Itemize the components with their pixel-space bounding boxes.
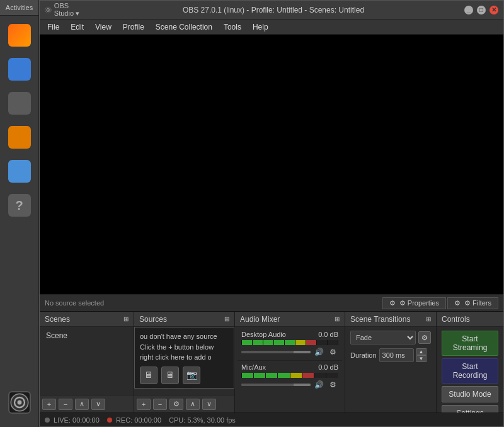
transition-type-select[interactable]: Fade Cut Swipe: [350, 331, 416, 344]
sources-up-button[interactable]: ∧: [186, 399, 200, 410]
scenes-add-button[interactable]: +: [42, 399, 56, 410]
scene-item[interactable]: Scene: [42, 329, 131, 342]
taskbar-app-music[interactable]: [5, 123, 34, 152]
transitions-header: Scene Transitions ⊞: [345, 312, 436, 327]
scenes-panel-icon[interactable]: ⊞: [123, 316, 129, 322]
start-recording-button[interactable]: Start Recording: [442, 358, 498, 384]
menu-scene-collection[interactable]: Scene Collection: [151, 21, 217, 33]
svg-point-5: [47, 9, 49, 10]
obs-logo-icon: [9, 391, 30, 414]
sources-panel-icon[interactable]: ⊞: [224, 316, 229, 322]
scene-transitions-panel: Scene Transitions ⊞ Fade Cut Swipe ⚙ Dur…: [345, 312, 437, 413]
controls-title: Controls: [442, 315, 470, 324]
duration-label: Duration: [350, 351, 377, 359]
taskbar-app-mail[interactable]: [5, 55, 34, 84]
files-icon: [8, 92, 31, 115]
title-app-name: OBS Studio ▾: [54, 2, 83, 18]
sources-toolbar: + − ⚙ ∧ ∨: [134, 395, 234, 413]
audio-mic-settings[interactable]: ⚙: [327, 379, 338, 390]
taskbar: Activities ?: [0, 0, 39, 427]
sources-settings-button[interactable]: ⚙: [169, 399, 183, 410]
transitions-title: Scene Transitions: [350, 315, 410, 324]
help-icon: ?: [8, 194, 31, 217]
audio-mic-slider[interactable]: [241, 384, 311, 386]
scenes-up-button[interactable]: ∧: [75, 399, 89, 410]
obs-icon: [8, 391, 31, 414]
music-icon: [8, 126, 31, 149]
meter-seg-dark-2: [328, 340, 338, 345]
taskbar-app-firefox[interactable]: [5, 21, 34, 50]
source-hint-line1: ou don't have any source: [140, 331, 229, 342]
taskbar-app-obs[interactable]: [5, 388, 34, 417]
mic-meter-seg-green-3: [266, 373, 277, 378]
titlebar-controls: _ □ ✕: [464, 6, 498, 14]
maximize-button[interactable]: □: [477, 6, 486, 14]
mic-meter-seg-red-1: [302, 373, 314, 378]
studio-mode-button[interactable]: Studio Mode: [442, 386, 498, 402]
live-time: 00:00:00: [72, 416, 100, 424]
obs-title-icon: [45, 5, 52, 15]
duration-input[interactable]: [379, 348, 414, 362]
audio-desktop-controls: 🔊 ⚙: [241, 346, 338, 358]
transitions-icon[interactable]: ⊞: [426, 316, 431, 322]
menu-profile[interactable]: Profile: [118, 21, 149, 33]
activities-label: Activities: [6, 4, 33, 11]
taskbar-app-docs[interactable]: [5, 157, 34, 186]
mic-meter-seg-dark-1: [314, 373, 326, 378]
menu-edit[interactable]: Edit: [66, 21, 89, 33]
no-source-label: No source selected: [45, 299, 104, 307]
controls-content: Start Streaming Start Recording Studio M…: [437, 327, 503, 413]
source-hint-line2: Click the + button below: [140, 342, 229, 353]
obs-window: OBS Studio ▾ OBS 27.0.1 (linux) - Profil…: [39, 0, 504, 427]
audio-mixer-header: Audio Mixer ⊞: [235, 312, 345, 327]
sources-down-button[interactable]: ∨: [202, 399, 216, 410]
bottom-statusbar: LIVE: 00:00:00 REC: 00:00:00 CPU: 5.3%, …: [40, 413, 503, 426]
audio-mic-slider-thumb: [241, 384, 311, 386]
audio-mic-db: 0.0 dB: [318, 363, 338, 371]
audio-mixer-icon[interactable]: ⊞: [335, 316, 340, 322]
menu-file[interactable]: File: [42, 21, 64, 33]
taskbar-app-files[interactable]: [5, 89, 34, 118]
filters-tab[interactable]: ⚙ ⚙ Filters: [447, 297, 498, 309]
duration-up-arrow[interactable]: ▲: [416, 348, 427, 355]
audio-mixer-title: Audio Mixer: [240, 315, 280, 324]
taskbar-app-help[interactable]: ?: [5, 191, 34, 220]
live-label: LIVE:: [54, 416, 71, 424]
minimize-button[interactable]: _: [464, 6, 473, 14]
scenes-remove-button[interactable]: −: [59, 399, 72, 410]
settings-button[interactable]: Settings: [442, 405, 498, 413]
activities-button[interactable]: Activities: [0, 0, 38, 16]
audio-desktop-mute[interactable]: 🔊: [313, 346, 324, 358]
scenes-toolbar: + − ∧ ∨: [40, 395, 134, 413]
menu-help[interactable]: Help: [248, 21, 273, 33]
source-icon-camera[interactable]: 📷: [183, 367, 200, 384]
close-button[interactable]: ✕: [490, 6, 498, 14]
audio-mic-mute[interactable]: 🔊: [313, 379, 324, 390]
statusbar-buttons: ⚙ ⚙ Properties ⚙ ⚙ Filters: [382, 297, 498, 309]
meter-seg-green-3: [263, 340, 273, 345]
transitions-content: Fade Cut Swipe ⚙ Duration ▲ ▼: [345, 327, 436, 413]
audio-desktop-slider[interactable]: [241, 351, 311, 353]
sources-add-button[interactable]: +: [137, 399, 151, 410]
source-icon-monitor[interactable]: 🖥: [140, 367, 158, 384]
sources-remove-button[interactable]: −: [153, 399, 167, 410]
source-icon-window[interactable]: 🖥: [161, 367, 179, 384]
scenes-down-button[interactable]: ∨: [91, 399, 105, 410]
mail-icon: [8, 58, 31, 81]
filters-label: ⚙ Filters: [464, 299, 491, 307]
duration-down-arrow[interactable]: ▼: [416, 355, 427, 362]
properties-tab[interactable]: ⚙ ⚙ Properties: [382, 297, 446, 309]
audio-desktop-db: 0.0 dB: [318, 331, 338, 338]
audio-track-desktop: Desktop Audio 0.0 dB: [238, 328, 342, 361]
audio-desktop-settings[interactable]: ⚙: [327, 346, 338, 358]
audio-track-mic: Mic/Aux 0.0 dB: [238, 361, 342, 393]
menu-tools[interactable]: Tools: [219, 21, 246, 33]
transition-gear-button[interactable]: ⚙: [418, 331, 431, 344]
menubar: File Edit View Profile Scene Collection …: [40, 20, 503, 35]
cpu-info: CPU: 5.3%, 30.00 fps: [169, 416, 236, 424]
start-streaming-button[interactable]: Start Streaming: [442, 331, 498, 356]
meter-seg-green-4: [274, 340, 284, 345]
menu-view[interactable]: View: [90, 21, 117, 33]
controls-header: Controls: [437, 312, 503, 327]
preview-area: [40, 35, 503, 294]
